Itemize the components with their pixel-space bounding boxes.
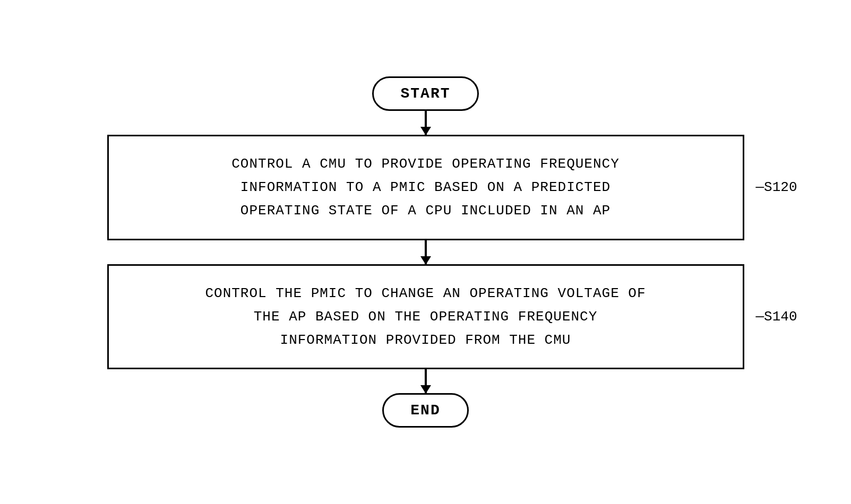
step-s140-label: —S140 (755, 309, 797, 325)
step-s140-id: S140 (764, 309, 797, 325)
arrow-2 (425, 240, 427, 264)
step-s120-text: CONTROL A CMU TO PROVIDE OPERATING FREQU… (130, 152, 721, 223)
step-s120-wrapper: CONTROL A CMU TO PROVIDE OPERATING FREQU… (107, 135, 744, 240)
step-s120-box: CONTROL A CMU TO PROVIDE OPERATING FREQU… (107, 135, 744, 240)
end-shape: END (382, 393, 468, 428)
arrow-3 (425, 369, 427, 393)
step-s120-label: —S120 (755, 179, 797, 195)
step-s140-text: CONTROL THE PMIC TO CHANGE AN OPERATING … (130, 282, 721, 352)
step-s120-id: S120 (764, 179, 797, 195)
step-s140-box: CONTROL THE PMIC TO CHANGE AN OPERATING … (107, 264, 744, 370)
step-s140-wrapper: CONTROL THE PMIC TO CHANGE AN OPERATING … (107, 264, 744, 370)
flowchart: START CONTROL A CMU TO PROVIDE OPERATING… (107, 76, 744, 428)
arrow-1 (425, 111, 427, 135)
start-shape: START (372, 76, 478, 111)
